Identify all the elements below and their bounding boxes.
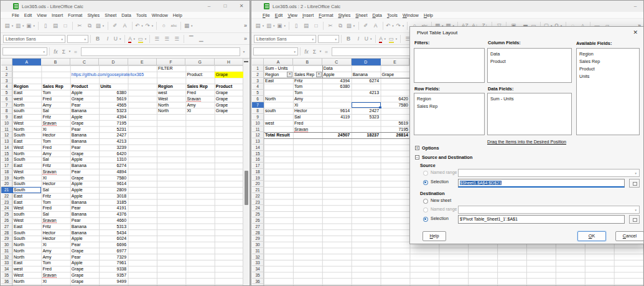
cell[interactable]: Units: [99, 83, 128, 90]
menu-insert[interactable]: Insert: [300, 12, 316, 18]
cell[interactable]: Pear: [70, 169, 99, 175]
cell[interactable]: Sal: [41, 156, 70, 163]
row-header-10[interactable]: 10: [1, 120, 12, 126]
cell[interactable]: 5434: [99, 230, 128, 236]
source-named-range-combo[interactable]: ▼: [458, 169, 640, 177]
export-pdf-icon[interactable]: ▯: [42, 23, 50, 29]
column-header-G[interactable]: G: [185, 59, 214, 65]
row-header-8[interactable]: 8: [252, 108, 264, 114]
row-header-10[interactable]: 10: [252, 120, 264, 126]
row-header-2[interactable]: 2: [252, 72, 264, 78]
cell[interactable]: East: [264, 78, 293, 84]
redo-icon[interactable]: ↷ ▼: [396, 23, 404, 29]
cell[interactable]: Fritz: [41, 114, 70, 120]
cell[interactable]: Amy: [293, 96, 322, 102]
cell[interactable]: Hector: [41, 181, 70, 187]
cell[interactable]: Banana: [70, 211, 99, 217]
cell[interactable]: Sravan: [293, 126, 322, 133]
cell[interactable]: Banana: [70, 132, 99, 138]
cell[interactable]: North: [12, 126, 41, 133]
cell[interactable]: 7961: [99, 260, 128, 266]
cell[interactable]: Xi: [293, 102, 322, 108]
underline-icon[interactable]: U ▼: [114, 36, 122, 42]
cell[interactable]: 9499: [99, 279, 128, 285]
cell[interactable]: 9338: [99, 266, 128, 272]
cell[interactable]: East: [12, 260, 41, 266]
cell[interactable]: XI: [185, 108, 214, 114]
align-bottom-icon[interactable]: ▁: [197, 36, 205, 42]
open-icon[interactable]: ▥ ▼: [16, 23, 24, 29]
italic-icon[interactable]: I: [104, 36, 112, 42]
bold-icon[interactable]: B: [94, 36, 102, 42]
region-filter-dropdown-icon[interactable]: ▼: [287, 72, 292, 77]
source-destination-section-label[interactable]: Source and Destination: [422, 155, 473, 160]
row-header-4[interactable]: 4: [1, 83, 12, 90]
cell[interactable]: 2427: [352, 108, 381, 114]
cell[interactable]: 6977: [99, 248, 128, 254]
find-replace-icon[interactable]: ○: [160, 23, 168, 29]
field-item[interactable]: Product: [488, 57, 571, 65]
row-header-23[interactable]: 23: [1, 199, 12, 206]
cell[interactable]: 9614: [322, 108, 352, 114]
paste-icon[interactable]: ▨ ▼: [96, 23, 105, 29]
cell[interactable]: 4376: [99, 211, 128, 217]
cell[interactable]: Apple: [70, 260, 99, 266]
row-header-35[interactable]: 35: [1, 272, 12, 279]
dest-named-range-radio[interactable]: [423, 207, 428, 212]
cell[interactable]: Fritz: [41, 224, 70, 230]
cell[interactable]: 4394: [322, 78, 352, 84]
name-box[interactable]: ▼: [2, 47, 47, 55]
cell[interactable]: 5619: [99, 96, 128, 102]
cell[interactable]: West: [12, 120, 41, 126]
cell[interactable]: Sales Rep: [41, 83, 70, 90]
menu-edit[interactable]: Edit: [22, 12, 35, 18]
cell[interactable]: 6274: [99, 163, 128, 169]
cell[interactable]: Product:: [185, 72, 214, 78]
sum-icon[interactable]: Σ: [310, 49, 319, 55]
cell[interactable]: East: [12, 163, 41, 169]
row-header-1[interactable]: 1: [1, 65, 12, 72]
cell[interactable]: 6380: [322, 83, 352, 90]
row-header-37[interactable]: 37: [1, 284, 12, 285]
toolbar-overflow-icon[interactable]: »: [244, 22, 250, 29]
cell[interactable]: Grape: [70, 96, 99, 102]
cell[interactable]: 6380: [99, 90, 128, 96]
align-left-icon[interactable]: ☰: [153, 36, 161, 42]
print-icon[interactable]: ▤: [302, 23, 310, 29]
menu-insert[interactable]: Insert: [49, 12, 65, 18]
row-header-12[interactable]: 12: [1, 132, 12, 138]
copy-icon[interactable]: ⧉: [337, 23, 345, 29]
cell[interactable]: 7580: [99, 175, 128, 181]
cell[interactable]: Fritz: [41, 163, 70, 169]
row-header-24[interactable]: 24: [1, 205, 12, 211]
cell[interactable]: East: [12, 138, 41, 145]
row-header-2[interactable]: 2: [1, 72, 12, 78]
cell[interactable]: Sal: [41, 187, 70, 193]
cell[interactable]: 4394: [99, 114, 128, 120]
cell[interactable]: South: [12, 156, 41, 163]
menu-help[interactable]: Help: [421, 12, 436, 18]
cell[interactable]: 1310: [99, 156, 128, 163]
menu-format[interactable]: Format: [65, 12, 85, 18]
cell[interactable]: Tom: [41, 260, 70, 266]
cut-icon[interactable]: ✂: [76, 23, 84, 29]
cell[interactable]: 4213: [352, 90, 381, 96]
menu-data[interactable]: Data: [370, 12, 384, 18]
open-icon[interactable]: ▥ ▼: [266, 23, 275, 29]
cancel-button[interactable]: Cancel: [615, 231, 644, 241]
cell[interactable]: XI: [41, 279, 70, 285]
shrink-button-dest[interactable]: [629, 215, 640, 224]
row-header-18[interactable]: 18: [1, 169, 12, 175]
cell[interactable]: south: [12, 211, 41, 217]
cell[interactable]: Hector: [293, 108, 322, 114]
column-header-E[interactable]: E: [128, 59, 157, 65]
cell[interactable]: Fritz: [293, 78, 322, 84]
cell[interactable]: south: [264, 108, 293, 114]
cell[interactable]: North: [12, 151, 41, 157]
cell[interactable]: Fred: [41, 266, 70, 272]
column-header-D[interactable]: D: [352, 59, 381, 65]
cell[interactable]: Tom: [293, 90, 322, 96]
cell[interactable]: North: [157, 102, 185, 108]
cell[interactable]: West: [12, 272, 41, 279]
cell[interactable]: Banana: [70, 230, 99, 236]
